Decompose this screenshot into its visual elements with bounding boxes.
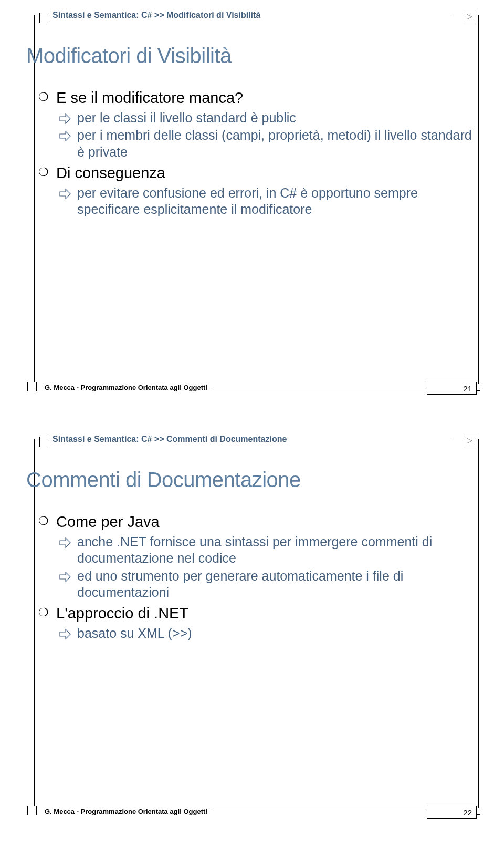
- slide-title: Modificatori di Visibilità: [26, 44, 232, 68]
- arrow-right-icon: [59, 627, 71, 643]
- bullet-level2: per i membri delle classi (campi, propri…: [59, 127, 478, 160]
- arrow-right-icon: [59, 187, 71, 203]
- footer-text: G. Mecca - Programmazione Orientata agli…: [45, 808, 211, 815]
- page-number: 21: [463, 384, 472, 393]
- breadcrumb-deco-box: [39, 13, 48, 23]
- bullet-text: basato su XML (>>): [77, 626, 192, 640]
- breadcrumb-deco-box: [39, 437, 48, 447]
- footer-deco-box: [27, 382, 37, 391]
- arrow-right-icon: [59, 129, 71, 145]
- bullet-level2: anche .NET fornisce una sintassi per imm…: [59, 534, 478, 567]
- slide-2: Sintassi e Semantica: C# >> Commenti di …: [0, 424, 504, 848]
- bullet-text: per le classi il livello standard è publ…: [77, 110, 296, 125]
- bullet-level1: L'approccio di .NET: [38, 605, 478, 622]
- play-icon: [464, 436, 475, 446]
- bullet-level2: per le classi il livello standard è publ…: [59, 110, 478, 126]
- svg-marker-1: [467, 438, 472, 443]
- bullet-text: per evitare confusione ed errori, in C# …: [77, 185, 418, 216]
- play-icon: [464, 12, 475, 22]
- bullet-level1: Di conseguenza: [38, 164, 478, 182]
- footer-text: G. Mecca - Programmazione Orientata agli…: [45, 384, 211, 391]
- bullet-text: anche .NET fornisce una sintassi per imm…: [77, 534, 432, 565]
- footer-deco-box: [27, 806, 37, 815]
- slide-content: Come per Java anche .NET fornisce una si…: [38, 513, 478, 643]
- slide-1: Sintassi e Semantica: C# >> Modificatori…: [0, 0, 504, 424]
- arrow-right-icon: [59, 570, 71, 586]
- page-number-box: 21: [427, 382, 477, 395]
- slide-title: Commenti di Documentazione: [26, 468, 301, 492]
- bullet-text: per i membri delle classi (campi, propri…: [77, 128, 472, 159]
- bullet-level1: Come per Java: [38, 513, 478, 531]
- breadcrumb: Sintassi e Semantica: C# >> Modificatori…: [52, 11, 260, 20]
- bullet-level2: basato su XML (>>): [59, 625, 478, 642]
- svg-marker-0: [467, 14, 472, 19]
- bullet-level2: per evitare confusione ed errori, in C# …: [59, 185, 478, 218]
- bullet-level1: E se il modificatore manca?: [38, 89, 478, 107]
- slide-content: E se il modificatore manca? per le class…: [38, 89, 478, 219]
- page-number: 22: [463, 808, 472, 817]
- page-number-box: 22: [427, 806, 477, 819]
- breadcrumb: Sintassi e Semantica: C# >> Commenti di …: [52, 435, 287, 444]
- bullet-text: ed uno strumento per generare automatica…: [77, 568, 403, 599]
- arrow-right-icon: [59, 535, 71, 552]
- bullet-level2: ed uno strumento per generare automatica…: [59, 568, 478, 601]
- arrow-right-icon: [59, 111, 71, 128]
